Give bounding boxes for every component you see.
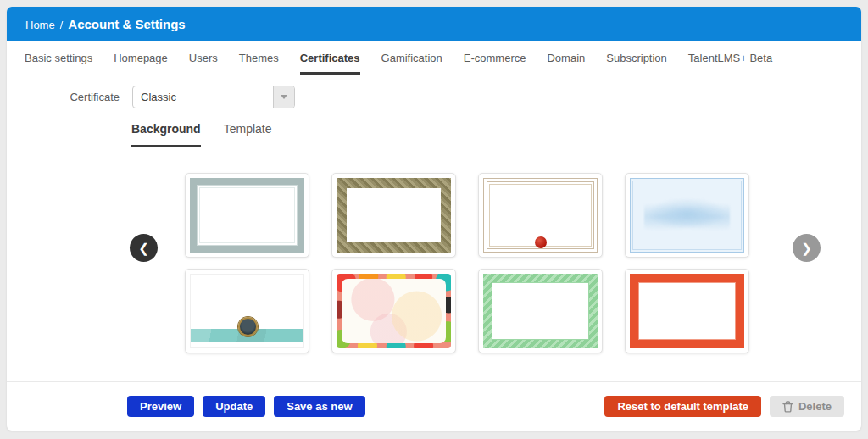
thumbnail-art [337,274,451,348]
tab-themes[interactable]: Themes [239,41,279,75]
tab-talentlms-beta[interactable]: TalentLMS+ Beta [688,41,772,75]
update-button[interactable]: Update [203,396,265,417]
thumbnail-art [190,178,304,253]
settings-card: Home / Account & Settings Basic settings… [7,7,861,431]
certificate-select-value: Classic [133,91,273,103]
breadcrumb-separator: / [60,19,64,31]
certificate-thumbnail-olive-braided[interactable] [331,173,456,258]
certificate-thumbnail-blue-watermark[interactable] [625,173,749,258]
subtab-background[interactable]: Background [131,117,201,147]
tab-subscription[interactable]: Subscription [606,41,667,75]
certificate-thumbnail-teal-ribbon[interactable] [185,269,309,353]
tab-homepage[interactable]: Homepage [114,41,168,75]
tab-users[interactable]: Users [189,41,218,75]
page-title: Account & Settings [68,17,185,31]
thumbnail-art [483,178,598,253]
tab-basic-settings[interactable]: Basic settings [25,41,92,75]
trash-icon [782,401,793,413]
breadcrumb-home-link[interactable]: Home [25,19,55,31]
main-tabs: Basic settings Homepage Users Themes Cer… [7,41,861,75]
certificate-subtabs: Background Template [131,117,843,147]
certificate-thumbnail-red-seal[interactable] [478,173,603,258]
reset-to-default-template-button[interactable]: Reset to default template [604,396,761,417]
tab-ecommerce[interactable]: E-commerce [464,41,526,75]
thumbnail-art [483,274,598,348]
carousel-prev-button[interactable]: ❮ [130,234,158,262]
header-bar: Home / Account & Settings [7,7,861,41]
certificate-thumbnail-confetti[interactable] [331,269,456,353]
thumbnail-art [190,274,304,348]
background-carousel: ❮ ❯ [7,173,861,353]
tab-certificates[interactable]: Certificates [300,41,360,75]
delete-button-label: Delete [798,400,832,413]
tab-domain[interactable]: Domain [547,41,585,75]
save-as-new-button[interactable]: Save as new [274,396,364,417]
delete-button[interactable]: Delete [770,396,844,417]
chevron-down-icon[interactable] [273,86,294,108]
subtab-template[interactable]: Template [224,117,272,147]
background-grid [185,173,749,353]
certificate-thumbnail-orange-border[interactable] [625,269,749,353]
thumbnail-art [630,274,744,348]
certificate-thumbnail-green-border[interactable] [478,269,603,353]
breadcrumb: Home / Account & Settings [25,17,186,31]
preview-button[interactable]: Preview [127,396,194,417]
footer-actions: Preview Update Save as new Reset to defa… [7,381,861,431]
certificate-thumbnail-gray-ornate[interactable] [185,173,309,258]
certificate-select-row: Certificate Classic [7,86,861,108]
thumbnail-art [630,178,744,253]
thumbnail-art [337,178,451,253]
tab-gamification[interactable]: Gamification [381,41,442,75]
carousel-next-button[interactable]: ❯ [793,234,821,262]
certificate-label: Certificate [7,91,120,103]
certificate-select[interactable]: Classic [132,86,295,108]
